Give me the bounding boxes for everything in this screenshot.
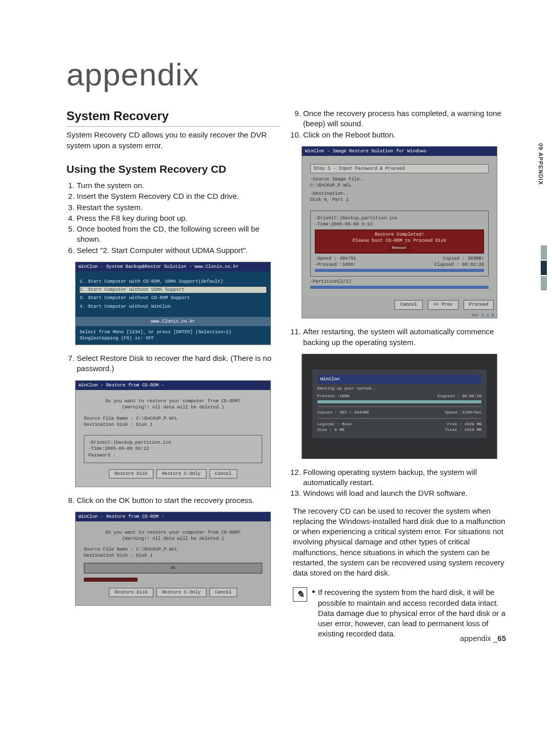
screenshot-titlebar: WinClon - System Backup&Restor Solution … — [76, 262, 271, 271]
boot-option: 3. Start Computer without CD-ROM Support — [80, 295, 267, 301]
progress-bar — [317, 400, 482, 403]
right-column: Once the recovery process has completed,… — [293, 108, 506, 639]
page-footer: appendix _65 — [460, 634, 506, 643]
restore-disk-button: Restore Disk — [109, 588, 153, 597]
time-line: -Time:2005-09-08 09:12 — [88, 446, 258, 452]
destination-path: Disk 0, Part 1 — [310, 197, 489, 203]
closing-paragraph: The recovery CD can be used to recover t… — [293, 506, 506, 579]
step-item: Insert the System Recovery CD in the CD … — [77, 191, 280, 201]
tab-mark — [541, 276, 547, 290]
boot-option: 1. Start Computer with CD-ROM, UDMA Supp… — [80, 279, 267, 285]
page-title: appendix — [66, 56, 506, 93]
left-column: System Recovery System Recovery CD allow… — [66, 108, 280, 639]
steps-list-a: Turn the system on. Insert the System Re… — [66, 180, 280, 256]
destination-disk: Destination Disk : Disk 1 — [84, 422, 263, 428]
source-image-label: -Source Image File.. — [310, 176, 489, 182]
prev-button: << Prev — [428, 300, 458, 309]
heading-system-recovery: System Recovery — [66, 108, 280, 127]
restore-c-only-button: Restore C-Only — [156, 469, 206, 478]
drive-line: -Drive(C:)backup_partition.ico — [315, 215, 485, 221]
reboot-button: Reboot — [389, 245, 410, 251]
dialog-message: Please boot CD-ROM to Proceed Disk — [317, 238, 482, 244]
note-block: ✎ If recovering the system from the hard… — [293, 587, 506, 639]
step-item: Press the F8 key during boot up. — [77, 213, 280, 223]
screenshot-restore-confirm: WinClon - Restore from CD-ROM - Do you w… — [75, 512, 271, 606]
source-image-path: C:\BACKUP_P.WCL — [310, 182, 489, 189]
proceed-button: Proceed — [464, 300, 494, 309]
step-item: Following operating system backup, the s… — [303, 467, 506, 488]
total-value: Total : 4329 MB — [445, 427, 481, 433]
section-tab: 09 APPENDIX — [538, 143, 547, 327]
screenshot-boot-menu: WinClon - System Backup&Restor Solution … — [75, 262, 271, 345]
destination-label: -Destination.. — [310, 191, 489, 197]
overlay-dialog: OK — [84, 563, 263, 574]
copied-value: Copied : 303 / 4344MB — [317, 410, 369, 416]
steps-list-b2: After restarting, the system will automa… — [293, 327, 506, 348]
progress-bar — [315, 269, 485, 272]
screenshot-restore-dialog: WinClon - Restore from CD-ROM - Do you w… — [75, 380, 271, 487]
note-icon: ✎ — [293, 587, 307, 602]
screenshot-titlebar: WinClon - Restore from CD-ROM - — [76, 512, 271, 521]
step-item: Turn the system on. — [77, 180, 280, 191]
step-indicator: Step 3 - Input Password & Proceed — [310, 164, 489, 173]
size-value: Size : 0 MB — [317, 427, 344, 433]
drive-line: -Drive(C:)backup_partition.ico — [88, 440, 258, 446]
heading-using-recovery-cd: Using the System Recovery CD — [66, 162, 280, 176]
cancel-button: Cancel — [210, 469, 237, 478]
elapsed-value: Elapsed : 00:00:20 — [438, 394, 481, 399]
progress-bar — [84, 578, 137, 582]
boot-singlestep-line: Singlestepping (F8) is: OFF — [80, 335, 267, 341]
copied-value: Copied : 303MB! — [443, 256, 484, 262]
free-value: Free : 4329 MB — [447, 422, 481, 427]
restore-warning: Do you want to restore your computer fro… — [84, 398, 263, 410]
screenshot-restore-proceed: WinClon - Image Restore Solution for Win… — [302, 146, 498, 319]
steps-list-c: Following operating system backup, the s… — [293, 467, 506, 499]
steps-list-a2: Select Restore Disk to recover the hard … — [66, 353, 280, 374]
step-item: Once booted from the CD, the following s… — [77, 224, 280, 245]
cancel-button: Cancel — [210, 588, 237, 597]
logical-value: Logical : Move — [317, 422, 352, 427]
note-text: If recovering the system from the hard d… — [318, 587, 506, 639]
page-number: 65 — [497, 634, 506, 643]
steps-list-a3: Click on the OK button to start the reco… — [66, 495, 280, 506]
step-item: Restart the system. — [77, 202, 280, 213]
elapsed-value: Elapsed : 00:02:26 — [434, 262, 484, 268]
step-item: Once the recovery process has completed,… — [303, 108, 506, 129]
destination-disk: Destination Disk : Disk 1 — [84, 553, 263, 559]
step-item: Select "2. Start Computer without UDMA S… — [77, 245, 280, 256]
time-line: -Time:2005-09-08 9:12 — [315, 221, 485, 227]
step-item: Click on the OK button to start the reco… — [77, 495, 280, 506]
source-file: Source File Name : C:\BACKUP_P.WCL — [84, 416, 263, 422]
step-item: Select Restore Disk to recover the hard … — [77, 353, 280, 374]
boot-url: www.Clonix.co.kr — [76, 317, 271, 326]
screenshot-titlebar: WinClon — [317, 375, 482, 384]
step-item: After restarting, the system will automa… — [303, 327, 506, 348]
pressed-value: Pressed :100% — [317, 394, 349, 399]
restore-disk-button: Restore Disk — [109, 469, 153, 478]
screenshot-backup-progress: WinClon Backing up your system.. Pressed… — [302, 354, 498, 459]
steps-list-b: Once the recovery process has completed,… — [293, 108, 506, 140]
speed-value: Speed :1290/Sec — [445, 410, 481, 416]
intro-paragraph: System Recovery CD allows you to easily … — [66, 130, 280, 151]
boot-select-line: Select from Menu [1234], or press [ENTER… — [80, 329, 267, 335]
tab-mark-active — [541, 261, 547, 275]
dialog-title: Restore Completed! — [317, 232, 482, 238]
boot-option-selected: 2. Start Computer without UDMA Support — [80, 287, 267, 293]
step-item: Click on the Reboot button. — [303, 130, 506, 140]
restore-warning: Do you want to restore your computer fro… — [84, 530, 263, 542]
bullet-icon — [312, 590, 315, 593]
pressed-value: -Pressed :1000: — [315, 262, 356, 268]
source-file: Source File Name : C:\BACKUP_P.WCL — [84, 546, 263, 553]
backup-label: Backing up your system.. — [317, 386, 482, 392]
password-field: Password : — [88, 452, 258, 459]
progress-bar — [310, 286, 489, 289]
step-item: Windows will load and launch the DVR sof… — [303, 488, 506, 498]
tab-mark — [541, 245, 547, 260]
screenshot-titlebar: WinClon - Restore from CD-ROM - — [76, 381, 271, 390]
section-tab-label: 09 APPENDIX — [538, 143, 544, 185]
screenshot-titlebar: WinClon - Image Restore Solution for Win… — [302, 147, 497, 156]
cancel-button: Cancel — [395, 300, 422, 309]
footer-word: appendix _ — [460, 634, 497, 643]
restore-c-only-button: Restore C-Only — [156, 588, 206, 597]
boot-option: 4. Start Computer without WinClon — [80, 304, 267, 310]
